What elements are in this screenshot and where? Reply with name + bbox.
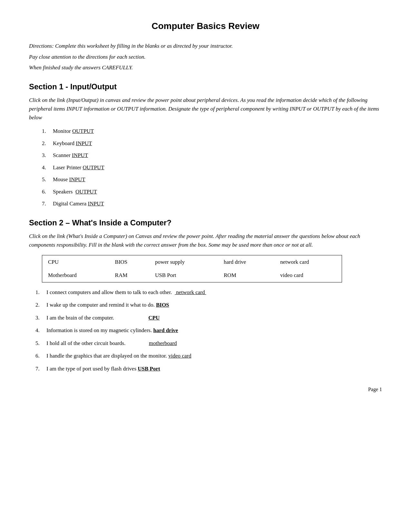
item-number: 6.: [42, 188, 51, 196]
word-box-table: CPU BIOS power supply hard drive network…: [42, 255, 342, 282]
item-text: I am the brain of the computer. CPU: [46, 314, 160, 322]
item-number: 6.: [35, 352, 44, 360]
word-cpu: CPU: [42, 255, 109, 269]
s2-item-4: 4. Information is stored on my magnetic …: [35, 326, 382, 335]
item-number: 7.: [42, 200, 51, 208]
answer-input: INPUT: [76, 140, 92, 146]
directions-line-2: Pay close attention to the directions fo…: [29, 53, 382, 61]
s2-item-3: 3. I am the brain of the computer. CPU: [35, 314, 382, 322]
s2-item-5: 5. I hold all of the other circuit board…: [35, 339, 382, 348]
word-network-card: network card: [274, 255, 341, 269]
item-number: 4.: [35, 326, 44, 335]
word-video-card: video card: [274, 269, 341, 282]
item-number: 7.: [35, 365, 44, 373]
directions-line-3: When finished study the answers CAREFULL…: [29, 64, 382, 72]
section2-instructions: Click on the link (What's Inside a Compu…: [29, 232, 382, 249]
item-label: Scanner INPUT: [53, 151, 88, 160]
word-bios: BIOS: [109, 255, 149, 269]
list-item: 5. Mouse INPUT: [42, 175, 382, 184]
item-label: Mouse INPUT: [53, 175, 85, 184]
answer-motherboard: motherboard: [149, 340, 177, 346]
word-box-row2: Motherboard RAM USB Port ROM video card: [42, 269, 342, 282]
answer-output: OUTPUT: [75, 189, 97, 195]
s2-item-7: 7. I am the type of port used by flash d…: [35, 365, 382, 373]
item-text: I handle the graphics that are displayed…: [46, 352, 191, 360]
item-text: I am the type of port used by flash driv…: [46, 365, 160, 373]
item-label: Keyboard INPUT: [53, 139, 92, 148]
list-item: 7. Digital Camera INPUT: [42, 200, 382, 208]
list-item: 1. Monitor OUTPUT: [42, 127, 382, 135]
section2-title: Section 2 – What's Inside a Computer?: [29, 217, 382, 229]
item-number: 4.: [42, 163, 51, 172]
answer-usb-port: USB Port: [138, 366, 160, 372]
item-label: Monitor OUTPUT: [53, 127, 94, 135]
item-label: Laser Printer OUTPUT: [53, 163, 104, 172]
item-number: 1.: [42, 127, 51, 135]
answer-hard-drive: hard drive: [153, 327, 178, 333]
answer-output: OUTPUT: [83, 164, 104, 171]
list-item: 4. Laser Printer OUTPUT: [42, 163, 382, 172]
answer-output: OUTPUT: [72, 128, 94, 134]
list-item: 2. Keyboard INPUT: [42, 139, 382, 148]
answer-video-card: video card: [168, 353, 191, 359]
word-motherboard: Motherboard: [42, 269, 109, 282]
item-number: 3.: [42, 151, 51, 160]
item-number: 1.: [35, 288, 44, 297]
word-power-supply: power supply: [149, 255, 218, 269]
page-title: Computer Basics Review: [29, 19, 382, 33]
answer-cpu: CPU: [148, 315, 160, 321]
page-number: Page 1: [29, 386, 382, 393]
answer-input: INPUT: [72, 152, 88, 158]
directions-block: Directions: Complete this worksheet by f…: [29, 42, 382, 72]
section1-list: 1. Monitor OUTPUT 2. Keyboard INPUT 3. S…: [42, 127, 382, 208]
item-number: 2.: [35, 301, 44, 309]
directions-line-1: Directions: Complete this worksheet by f…: [29, 42, 382, 50]
item-number: 3.: [35, 314, 44, 322]
word-hard-drive: hard drive: [218, 255, 274, 269]
word-rom: ROM: [218, 269, 274, 282]
item-number: 5.: [35, 339, 44, 348]
answer-input: INPUT: [69, 176, 85, 182]
section2-list: 1. I connect computers and allow them to…: [35, 288, 382, 373]
answer-bios: BIOS: [156, 302, 169, 308]
s2-item-1: 1. I connect computers and allow them to…: [35, 288, 382, 297]
item-text: I connect computers and allow them to ta…: [46, 288, 206, 297]
s2-item-2: 2. I wake up the computer and remind it …: [35, 301, 382, 309]
item-text: Information is stored on my magnetic cyl…: [46, 326, 178, 335]
word-usb-port: USB Port: [149, 269, 218, 282]
answer-input: INPUT: [88, 201, 104, 207]
item-number: 2.: [42, 139, 51, 148]
item-number: 5.: [42, 175, 51, 184]
list-item: 3. Scanner INPUT: [42, 151, 382, 160]
s2-item-6: 6. I handle the graphics that are displa…: [35, 352, 382, 360]
word-box: CPU BIOS power supply hard drive network…: [42, 255, 342, 282]
item-text: I wake up the computer and remind it wha…: [46, 301, 169, 309]
list-item: 6. Speakers OUTPUT: [42, 188, 382, 196]
answer-network-card: network card: [175, 289, 206, 295]
section1-instructions: Click on the link (Input/Output) in canv…: [29, 96, 382, 122]
section1-title: Section 1 - Input/Output: [29, 81, 382, 93]
item-label: Speakers OUTPUT: [53, 188, 97, 196]
word-ram: RAM: [109, 269, 149, 282]
item-label: Digital Camera INPUT: [53, 200, 104, 208]
word-box-row1: CPU BIOS power supply hard drive network…: [42, 255, 342, 269]
item-text: I hold all of the other circuit boards. …: [46, 339, 177, 348]
